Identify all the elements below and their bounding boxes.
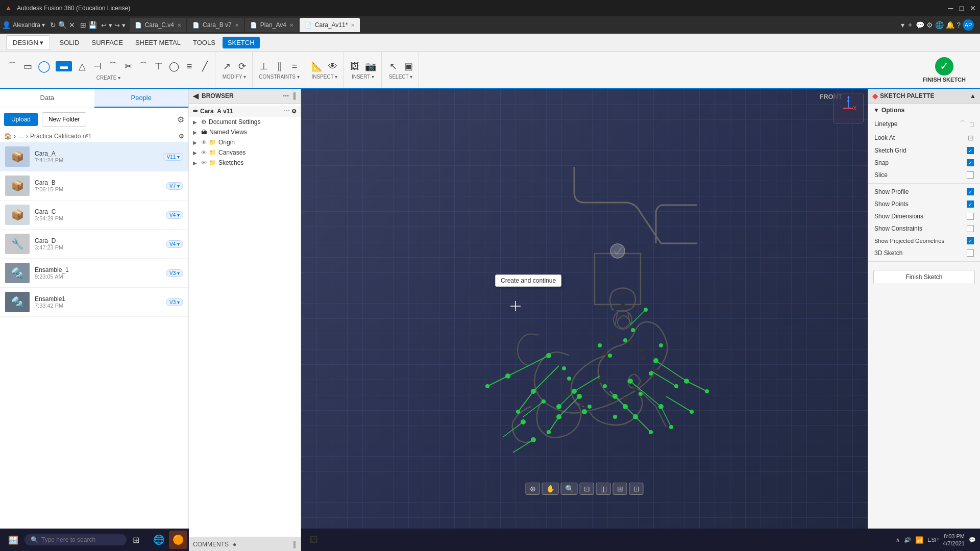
- tab-cara-c[interactable]: 📄 Cara_C.v4 ✕: [130, 18, 186, 32]
- browser-collapse-btn[interactable]: ◀: [193, 92, 199, 100]
- save-btn[interactable]: 💾: [88, 21, 97, 29]
- palette-slice[interactable]: Slice: [868, 169, 980, 181]
- bell-btn[interactable]: 🔔: [946, 21, 954, 29]
- eye-icon[interactable]: 👁: [201, 160, 207, 166]
- tab-close[interactable]: ✕: [351, 22, 355, 28]
- palette-show-constraints[interactable]: Show Constraints: [868, 222, 980, 235]
- palette-options-section[interactable]: ▼ Options: [868, 104, 980, 117]
- tool-trim[interactable]: ✂: [121, 61, 135, 72]
- tool-select-2[interactable]: ▣: [401, 61, 415, 72]
- refresh-btn[interactable]: ↻: [50, 21, 56, 29]
- root-options[interactable]: ⋯: [284, 108, 289, 115]
- display-mode-btn[interactable]: ◫: [596, 483, 611, 495]
- env-btn[interactable]: ⊡: [629, 483, 644, 495]
- tool-line[interactable]: ▬: [54, 60, 74, 72]
- sidebar-settings-btn[interactable]: ⚙: [177, 115, 184, 124]
- user-menu[interactable]: 👤 Alexandra ▾: [2, 21, 45, 29]
- comments-handle[interactable]: ║: [292, 541, 297, 548]
- browser-item-sketches[interactable]: ▶ 👁 📁 Sketches: [189, 158, 301, 168]
- undo-btn[interactable]: ↩ ▾: [101, 21, 112, 29]
- tab-close[interactable]: ✕: [289, 22, 293, 28]
- tool-circle[interactable]: ◯: [36, 60, 53, 73]
- linetype-icon2[interactable]: □: [970, 120, 974, 128]
- user-avatar[interactable]: AP: [963, 19, 974, 31]
- cancel-btn[interactable]: ✕: [69, 21, 75, 29]
- tool-select-1[interactable]: ↖: [386, 61, 400, 72]
- redo-btn[interactable]: ↪ ▾: [114, 21, 126, 29]
- palette-show-dimensions[interactable]: Show Dimensions: [868, 210, 980, 222]
- tab-cara-b[interactable]: 📄 Cara_B v7 ✕: [187, 18, 244, 32]
- file-item-ensamble1[interactable]: 🔩 Ensamble_1 9:23:05 AM V3 ▾: [0, 259, 188, 288]
- snap-checkbox[interactable]: [967, 159, 974, 166]
- eye-icon[interactable]: 👁: [201, 149, 207, 156]
- design-dropdown[interactable]: DESIGN ▾: [6, 35, 50, 50]
- tool-spline[interactable]: ⌒: [106, 61, 120, 72]
- tool-arc[interactable]: ⌒: [5, 61, 19, 72]
- tab-dropdown[interactable]: ▾: [901, 21, 904, 29]
- maximize-btn[interactable]: □: [960, 4, 964, 12]
- tab-cara-a-active[interactable]: 📄 Cara_Av11* ✕: [300, 18, 360, 32]
- tool-constraint-1[interactable]: ⊥: [257, 61, 271, 72]
- new-tab-btn[interactable]: ＋: [906, 20, 914, 30]
- tray-network[interactable]: 📶: [915, 536, 923, 544]
- browser-item-named-views[interactable]: ▶ 🏔 Named Views: [189, 127, 301, 137]
- tool-bracket[interactable]: ⊣: [90, 61, 105, 72]
- sidebar-tab-data[interactable]: Data: [0, 89, 94, 108]
- browser-item-doc-settings[interactable]: ▶ ⚙ Document Settings: [189, 117, 301, 127]
- file-item-cara-b[interactable]: 📦 Cara_B 7:06:15 PM V7 ▾: [0, 171, 188, 201]
- browser-close-handle[interactable]: ║: [292, 92, 297, 99]
- look-at-icon[interactable]: ⊡: [968, 134, 974, 142]
- palette-snap[interactable]: Snap: [868, 157, 980, 169]
- browser-options-btn[interactable]: ⋯: [283, 92, 289, 99]
- chat-btn[interactable]: 💬: [916, 21, 924, 29]
- tray-chevron[interactable]: ∧: [896, 537, 900, 543]
- menu-sheet-metal[interactable]: SHEET METAL: [130, 37, 186, 48]
- file-item-cara-c[interactable]: 📦 Cara_C 3:54:29 PM V4 ▾: [0, 201, 188, 230]
- search-bar[interactable]: 🔍: [24, 534, 127, 545]
- sidebar-tab-people[interactable]: People: [94, 89, 189, 108]
- settings-btn[interactable]: ⚙: [926, 21, 933, 29]
- pan-btn[interactable]: ✋: [542, 483, 559, 495]
- tool-fillet[interactable]: ⌒: [136, 61, 151, 72]
- tab-close[interactable]: ✕: [177, 22, 181, 28]
- palette-show-profile[interactable]: Show Profile: [868, 186, 980, 198]
- help-btn[interactable]: ?: [957, 21, 961, 29]
- tool-insert-1[interactable]: 🖼: [348, 61, 362, 72]
- palette-expand-btn[interactable]: ▲: [970, 92, 976, 99]
- show-dimensions-checkbox[interactable]: [967, 213, 974, 220]
- root-expand-btn[interactable]: ⚙: [291, 108, 297, 115]
- tool-constraint-3[interactable]: =: [287, 61, 302, 72]
- show-constraints-checkbox[interactable]: [967, 225, 974, 232]
- show-profile-checkbox[interactable]: [967, 188, 974, 195]
- show-points-checkbox[interactable]: [967, 201, 974, 208]
- palette-sketch-grid[interactable]: Sketch Grid: [868, 144, 980, 157]
- palette-show-projected[interactable]: Show Projected Geometries: [868, 235, 980, 247]
- breadcrumb-settings[interactable]: ⚙: [179, 133, 184, 140]
- tool-pattern[interactable]: ≡: [182, 61, 197, 72]
- new-folder-button[interactable]: New Folder: [42, 112, 86, 127]
- browser-item-origin[interactable]: ▶ 👁 📁 Origin: [189, 137, 301, 147]
- tool-ellipse[interactable]: ◯: [167, 61, 181, 72]
- zoom-btn[interactable]: 🔍: [561, 483, 578, 495]
- close-btn[interactable]: ✕: [970, 4, 976, 12]
- show-projected-checkbox[interactable]: [967, 237, 974, 244]
- comments-dot-btn[interactable]: ●: [233, 541, 236, 548]
- finish-sketch-button[interactable]: Finish Sketch: [873, 270, 975, 284]
- tool-rect[interactable]: ▭: [20, 61, 35, 72]
- zoom-fit-btn[interactable]: ⊡: [580, 483, 594, 495]
- menu-tools[interactable]: TOOLS: [188, 37, 220, 48]
- start-button[interactable]: 🪟: [4, 533, 22, 547]
- menu-surface[interactable]: SURFACE: [86, 37, 128, 48]
- slice-checkbox[interactable]: [967, 171, 974, 179]
- tab-plan-a[interactable]: 📄 Plan_Av4 ✕: [245, 18, 299, 32]
- palette-show-points[interactable]: Show Points: [868, 198, 980, 210]
- taskbar-edge[interactable]: 🌐: [150, 531, 168, 549]
- grid-view-btn[interactable]: ⊞: [80, 21, 86, 29]
- tool-inspect-1[interactable]: 📐: [309, 61, 325, 72]
- tool-offset[interactable]: ⊤: [152, 61, 166, 72]
- eye-icon[interactable]: 👁: [201, 139, 207, 145]
- minimize-btn[interactable]: ─: [948, 4, 953, 12]
- breadcrumb-home[interactable]: 🏠: [4, 133, 12, 140]
- sketch-grid-checkbox[interactable]: [967, 147, 974, 154]
- browser-root[interactable]: ✏ Cara_A v11 ⋯ ⚙: [189, 106, 301, 117]
